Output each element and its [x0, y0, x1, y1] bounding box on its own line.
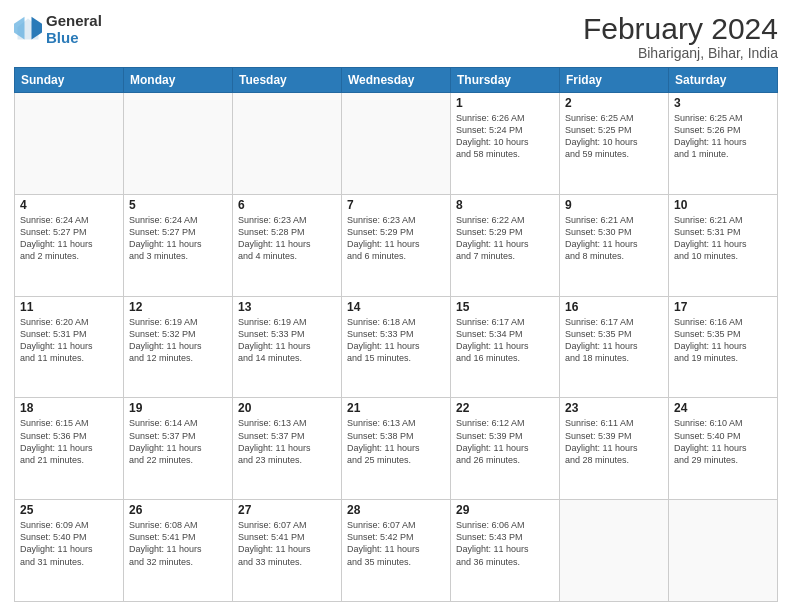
day-number: 11 [20, 300, 118, 314]
calendar-cell: 11Sunrise: 6:20 AM Sunset: 5:31 PM Dayli… [15, 296, 124, 398]
day-number: 12 [129, 300, 227, 314]
day-info: Sunrise: 6:15 AM Sunset: 5:36 PM Dayligh… [20, 417, 118, 466]
calendar-cell: 6Sunrise: 6:23 AM Sunset: 5:28 PM Daylig… [233, 194, 342, 296]
day-info: Sunrise: 6:22 AM Sunset: 5:29 PM Dayligh… [456, 214, 554, 263]
day-info: Sunrise: 6:16 AM Sunset: 5:35 PM Dayligh… [674, 316, 772, 365]
calendar-cell: 16Sunrise: 6:17 AM Sunset: 5:35 PM Dayli… [560, 296, 669, 398]
calendar-cell: 25Sunrise: 6:09 AM Sunset: 5:40 PM Dayli… [15, 500, 124, 602]
day-number: 14 [347, 300, 445, 314]
day-number: 5 [129, 198, 227, 212]
calendar-cell: 24Sunrise: 6:10 AM Sunset: 5:40 PM Dayli… [669, 398, 778, 500]
day-info: Sunrise: 6:12 AM Sunset: 5:39 PM Dayligh… [456, 417, 554, 466]
header-day-friday: Friday [560, 68, 669, 93]
day-number: 19 [129, 401, 227, 415]
day-number: 23 [565, 401, 663, 415]
day-number: 21 [347, 401, 445, 415]
calendar-cell: 10Sunrise: 6:21 AM Sunset: 5:31 PM Dayli… [669, 194, 778, 296]
day-number: 28 [347, 503, 445, 517]
week-row-0: 1Sunrise: 6:26 AM Sunset: 5:24 PM Daylig… [15, 93, 778, 195]
calendar-cell: 28Sunrise: 6:07 AM Sunset: 5:42 PM Dayli… [342, 500, 451, 602]
title-block: February 2024 Bihariganj, Bihar, India [583, 12, 778, 61]
header-day-monday: Monday [124, 68, 233, 93]
day-info: Sunrise: 6:25 AM Sunset: 5:26 PM Dayligh… [674, 112, 772, 161]
calendar-cell: 3Sunrise: 6:25 AM Sunset: 5:26 PM Daylig… [669, 93, 778, 195]
calendar-title: February 2024 [583, 12, 778, 45]
week-row-3: 18Sunrise: 6:15 AM Sunset: 5:36 PM Dayli… [15, 398, 778, 500]
day-number: 20 [238, 401, 336, 415]
calendar-cell: 21Sunrise: 6:13 AM Sunset: 5:38 PM Dayli… [342, 398, 451, 500]
week-row-4: 25Sunrise: 6:09 AM Sunset: 5:40 PM Dayli… [15, 500, 778, 602]
calendar-cell: 23Sunrise: 6:11 AM Sunset: 5:39 PM Dayli… [560, 398, 669, 500]
day-info: Sunrise: 6:07 AM Sunset: 5:41 PM Dayligh… [238, 519, 336, 568]
day-info: Sunrise: 6:18 AM Sunset: 5:33 PM Dayligh… [347, 316, 445, 365]
day-info: Sunrise: 6:10 AM Sunset: 5:40 PM Dayligh… [674, 417, 772, 466]
day-info: Sunrise: 6:24 AM Sunset: 5:27 PM Dayligh… [20, 214, 118, 263]
day-info: Sunrise: 6:17 AM Sunset: 5:34 PM Dayligh… [456, 316, 554, 365]
day-info: Sunrise: 6:17 AM Sunset: 5:35 PM Dayligh… [565, 316, 663, 365]
day-info: Sunrise: 6:20 AM Sunset: 5:31 PM Dayligh… [20, 316, 118, 365]
day-info: Sunrise: 6:21 AM Sunset: 5:31 PM Dayligh… [674, 214, 772, 263]
day-info: Sunrise: 6:08 AM Sunset: 5:41 PM Dayligh… [129, 519, 227, 568]
calendar-cell: 7Sunrise: 6:23 AM Sunset: 5:29 PM Daylig… [342, 194, 451, 296]
logo-icon [14, 15, 42, 43]
page: General Blue February 2024 Bihariganj, B… [0, 0, 792, 612]
calendar-cell: 22Sunrise: 6:12 AM Sunset: 5:39 PM Dayli… [451, 398, 560, 500]
calendar-cell: 19Sunrise: 6:14 AM Sunset: 5:37 PM Dayli… [124, 398, 233, 500]
calendar-cell: 5Sunrise: 6:24 AM Sunset: 5:27 PM Daylig… [124, 194, 233, 296]
header-day-thursday: Thursday [451, 68, 560, 93]
header-day-wednesday: Wednesday [342, 68, 451, 93]
day-info: Sunrise: 6:21 AM Sunset: 5:30 PM Dayligh… [565, 214, 663, 263]
day-number: 3 [674, 96, 772, 110]
calendar-cell [233, 93, 342, 195]
day-info: Sunrise: 6:24 AM Sunset: 5:27 PM Dayligh… [129, 214, 227, 263]
calendar-body: 1Sunrise: 6:26 AM Sunset: 5:24 PM Daylig… [15, 93, 778, 602]
logo: General Blue [14, 12, 102, 47]
calendar-cell: 1Sunrise: 6:26 AM Sunset: 5:24 PM Daylig… [451, 93, 560, 195]
day-number: 1 [456, 96, 554, 110]
calendar-table: SundayMondayTuesdayWednesdayThursdayFrid… [14, 67, 778, 602]
day-info: Sunrise: 6:14 AM Sunset: 5:37 PM Dayligh… [129, 417, 227, 466]
day-info: Sunrise: 6:11 AM Sunset: 5:39 PM Dayligh… [565, 417, 663, 466]
day-number: 2 [565, 96, 663, 110]
calendar-cell: 4Sunrise: 6:24 AM Sunset: 5:27 PM Daylig… [15, 194, 124, 296]
calendar-cell: 13Sunrise: 6:19 AM Sunset: 5:33 PM Dayli… [233, 296, 342, 398]
calendar-cell: 14Sunrise: 6:18 AM Sunset: 5:33 PM Dayli… [342, 296, 451, 398]
calendar-cell: 26Sunrise: 6:08 AM Sunset: 5:41 PM Dayli… [124, 500, 233, 602]
day-number: 18 [20, 401, 118, 415]
week-row-1: 4Sunrise: 6:24 AM Sunset: 5:27 PM Daylig… [15, 194, 778, 296]
day-number: 24 [674, 401, 772, 415]
day-info: Sunrise: 6:09 AM Sunset: 5:40 PM Dayligh… [20, 519, 118, 568]
calendar-cell: 8Sunrise: 6:22 AM Sunset: 5:29 PM Daylig… [451, 194, 560, 296]
header-day-tuesday: Tuesday [233, 68, 342, 93]
header-row: SundayMondayTuesdayWednesdayThursdayFrid… [15, 68, 778, 93]
logo-text: General Blue [46, 12, 102, 47]
calendar-cell: 18Sunrise: 6:15 AM Sunset: 5:36 PM Dayli… [15, 398, 124, 500]
day-number: 6 [238, 198, 336, 212]
day-info: Sunrise: 6:23 AM Sunset: 5:28 PM Dayligh… [238, 214, 336, 263]
calendar-cell [15, 93, 124, 195]
day-number: 27 [238, 503, 336, 517]
day-number: 22 [456, 401, 554, 415]
day-number: 13 [238, 300, 336, 314]
day-number: 10 [674, 198, 772, 212]
calendar-subtitle: Bihariganj, Bihar, India [583, 45, 778, 61]
day-info: Sunrise: 6:07 AM Sunset: 5:42 PM Dayligh… [347, 519, 445, 568]
calendar-cell: 2Sunrise: 6:25 AM Sunset: 5:25 PM Daylig… [560, 93, 669, 195]
day-number: 7 [347, 198, 445, 212]
day-number: 17 [674, 300, 772, 314]
calendar-cell [342, 93, 451, 195]
week-row-2: 11Sunrise: 6:20 AM Sunset: 5:31 PM Dayli… [15, 296, 778, 398]
day-number: 9 [565, 198, 663, 212]
day-info: Sunrise: 6:19 AM Sunset: 5:32 PM Dayligh… [129, 316, 227, 365]
day-number: 25 [20, 503, 118, 517]
day-info: Sunrise: 6:23 AM Sunset: 5:29 PM Dayligh… [347, 214, 445, 263]
calendar-cell [124, 93, 233, 195]
calendar-cell: 9Sunrise: 6:21 AM Sunset: 5:30 PM Daylig… [560, 194, 669, 296]
calendar-cell: 20Sunrise: 6:13 AM Sunset: 5:37 PM Dayli… [233, 398, 342, 500]
header: General Blue February 2024 Bihariganj, B… [14, 12, 778, 61]
calendar-cell: 17Sunrise: 6:16 AM Sunset: 5:35 PM Dayli… [669, 296, 778, 398]
calendar-cell: 15Sunrise: 6:17 AM Sunset: 5:34 PM Dayli… [451, 296, 560, 398]
calendar-cell [560, 500, 669, 602]
day-info: Sunrise: 6:25 AM Sunset: 5:25 PM Dayligh… [565, 112, 663, 161]
day-number: 29 [456, 503, 554, 517]
